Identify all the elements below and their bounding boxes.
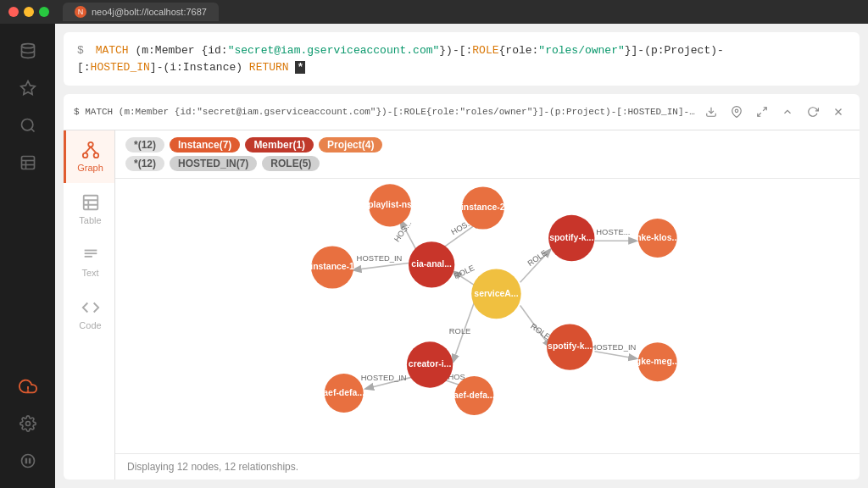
query-keyword: MATCH xyxy=(96,44,136,57)
svg-point-20 xyxy=(93,153,98,158)
tags-row-2: *(12) HOSTED_IN(7) ROLE(5) xyxy=(125,156,849,171)
tag-member[interactable]: Member(1) xyxy=(245,137,314,152)
svg-rect-4 xyxy=(21,157,34,169)
view-btn-table[interactable]: Table xyxy=(64,183,114,236)
refresh-button[interactable] xyxy=(802,101,824,123)
close-result-button[interactable] xyxy=(827,101,849,123)
svg-point-18 xyxy=(88,142,93,147)
view-label-table: Table xyxy=(79,215,101,225)
node-spotify-k1[interactable] xyxy=(548,215,594,261)
svg-line-15 xyxy=(758,113,761,116)
query-cursor: * xyxy=(295,61,305,74)
graph-svg: ROLE ROLE ROLE ROLE xyxy=(115,179,860,453)
svg-point-13 xyxy=(735,109,738,113)
result-content: *(12) Instance(7) Member(1) Project(4) *… xyxy=(115,130,860,480)
node-cia-anal[interactable] xyxy=(409,241,454,287)
sidebar-icon-database[interactable] xyxy=(11,34,45,68)
svg-text:HOSTED_IN: HOSTED_IN xyxy=(591,342,637,352)
svg-line-21 xyxy=(85,147,90,152)
sidebar-icon-table[interactable] xyxy=(11,146,45,180)
app-body: $ MATCH (m:Member {id:"secret@iam.gservi… xyxy=(0,24,868,488)
maximize-button[interactable] xyxy=(39,7,49,17)
node-creator-i[interactable] xyxy=(407,341,453,387)
close-button[interactable] xyxy=(8,7,19,17)
svg-line-50 xyxy=(594,352,636,358)
tab-bar: N neo4j@bolt://localhost:7687 xyxy=(63,3,219,21)
browser-tab[interactable]: N neo4j@bolt://localhost:7687 xyxy=(63,3,219,21)
status-text: Displaying 12 nodes, 12 relationships. xyxy=(127,461,298,473)
view-selector: Graph Table xyxy=(64,130,115,480)
query-text-1: (m:Member {id: xyxy=(135,44,227,57)
tag-all-1[interactable]: *(12) xyxy=(125,137,164,152)
sidebar-icon-settings[interactable] xyxy=(11,407,45,441)
sidebar xyxy=(0,24,55,488)
node-aef-defa1[interactable] xyxy=(325,374,364,413)
svg-text:HOSTED_IN: HOSTED_IN xyxy=(357,253,403,263)
browser-tab-icon: N xyxy=(75,6,86,18)
node-serviceA[interactable] xyxy=(471,269,521,319)
tags-row-1: *(12) Instance(7) Member(1) Project(4) xyxy=(125,137,849,152)
view-label-text: Text xyxy=(81,268,98,278)
svg-marker-1 xyxy=(20,81,35,95)
pin-button[interactable] xyxy=(726,101,748,123)
svg-line-22 xyxy=(91,147,96,152)
svg-text:HOSTE...: HOSTE... xyxy=(596,227,630,236)
result-query-text: $ MATCH (m:Member {id:"secret@iam.gservi… xyxy=(74,107,695,117)
svg-point-0 xyxy=(21,44,34,48)
download-button[interactable] xyxy=(700,101,722,123)
tag-role[interactable]: ROLE(5) xyxy=(262,156,320,171)
tag-project[interactable]: Project(4) xyxy=(319,137,382,152)
svg-text:HOSTED_IN: HOSTED_IN xyxy=(361,373,407,382)
node-instance-1[interactable] xyxy=(311,246,353,288)
view-btn-graph[interactable]: Graph xyxy=(64,130,114,183)
result-panel: $ MATCH (m:Member {id:"secret@iam.gservi… xyxy=(64,94,860,480)
svg-line-3 xyxy=(31,129,34,132)
node-instance-2[interactable] xyxy=(462,186,504,229)
svg-text:ROLE: ROLE xyxy=(449,326,471,336)
sidebar-icon-plugin[interactable] xyxy=(11,444,45,478)
svg-line-14 xyxy=(763,108,766,111)
collapse-button[interactable] xyxy=(776,101,798,123)
node-nke-klos[interactable] xyxy=(638,219,677,258)
svg-point-9 xyxy=(27,391,28,391)
query-bar: $ MATCH (m:Member {id:"secret@iam.gservi… xyxy=(64,32,860,86)
query-string: "secret@iam.gserviceaccount.com" xyxy=(228,44,440,57)
title-bar: N neo4j@bolt://localhost:7687 xyxy=(0,0,868,24)
svg-point-11 xyxy=(21,455,34,468)
view-label-graph: Graph xyxy=(77,163,103,173)
sidebar-icon-search[interactable] xyxy=(11,108,45,142)
sidebar-icon-cloud-error[interactable] xyxy=(11,369,45,403)
minimize-button[interactable] xyxy=(24,7,34,17)
view-label-code: Code xyxy=(79,320,101,330)
sidebar-bottom xyxy=(11,369,45,478)
view-btn-text[interactable]: Text xyxy=(64,236,114,288)
node-playlist-ns[interactable] xyxy=(369,184,411,226)
tag-instance[interactable]: Instance(7) xyxy=(170,137,240,152)
sidebar-icon-star[interactable] xyxy=(11,71,45,105)
status-bar: Displaying 12 nodes, 12 relationships. xyxy=(115,453,860,480)
node-spotify-k2[interactable] xyxy=(547,324,593,369)
expand-button[interactable] xyxy=(751,101,773,123)
svg-point-2 xyxy=(21,119,32,130)
result-header: $ MATCH (m:Member {id:"secret@iam.gservi… xyxy=(64,94,860,130)
query-prompt: $ xyxy=(77,44,84,57)
node-aef-defa2[interactable] xyxy=(454,376,493,415)
svg-point-19 xyxy=(82,153,87,158)
tags-section: *(12) Instance(7) Member(1) Project(4) *… xyxy=(115,130,860,179)
graph-area[interactable]: ROLE ROLE ROLE ROLE xyxy=(115,179,860,453)
svg-point-10 xyxy=(25,422,30,426)
tag-hosted-in[interactable]: HOSTED_IN(7) xyxy=(170,156,257,171)
content-area: $ MATCH (m:Member {id:"secret@iam.gservi… xyxy=(55,24,868,488)
node-gke-meg[interactable] xyxy=(638,342,677,381)
svg-rect-23 xyxy=(83,196,97,210)
browser-tab-label: neo4j@bolt://localhost:7687 xyxy=(92,7,207,17)
view-btn-code[interactable]: Code xyxy=(64,288,114,341)
result-actions xyxy=(700,101,849,123)
svg-line-42 xyxy=(353,263,410,269)
tag-all-2[interactable]: *(12) xyxy=(125,156,164,171)
